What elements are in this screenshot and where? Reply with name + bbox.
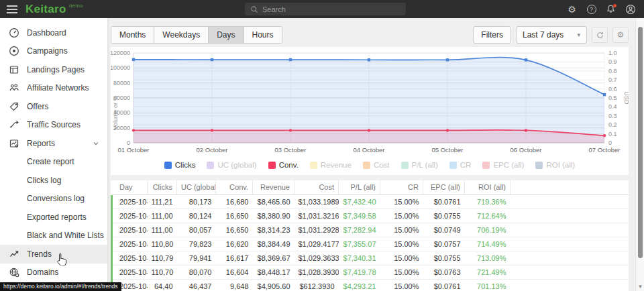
legend-item-clicks[interactable]: Clicks	[164, 161, 196, 169]
sidebar-item-black-and-white-lists[interactable]: Black and White Lists	[0, 227, 107, 245]
period-tabs: MonthsWeekdaysDaysHours	[111, 26, 282, 44]
refresh-button[interactable]	[592, 27, 608, 43]
column-header-roi-all[interactable]: ROI (all)	[465, 180, 511, 194]
sidebar-item-label: Campaigns	[27, 46, 68, 56]
chart-settings-button[interactable]: ⚙	[612, 27, 629, 43]
sidebar-item-landings-pages[interactable]: Landings Pages	[0, 60, 107, 79]
cell: 712.64%	[465, 209, 511, 223]
column-header-epc-all[interactable]: EPC (all)	[423, 180, 465, 194]
date-range-select[interactable]: Last 7 days ▾	[516, 26, 587, 44]
legend-item-conv[interactable]: Conv.	[268, 161, 299, 169]
svg-text:0.7: 0.7	[608, 76, 617, 83]
tab-months[interactable]: Months	[111, 27, 154, 43]
legend-swatch	[482, 162, 490, 169]
sidebar-item-label: Conversions log	[27, 194, 85, 203]
topbar: Keitarodemo ⚙ ?	[0, 0, 644, 18]
cell: $7,349.58	[339, 209, 380, 223]
legend-item-cr[interactable]: CR	[449, 161, 472, 169]
table-row: 2025-10-03111,0080,05716,650$8,314.23$1,…	[112, 223, 629, 237]
cell: $7,282.94	[339, 223, 380, 237]
sidebar-item-reports[interactable]: Reports	[0, 134, 107, 153]
traffic-icon	[9, 119, 19, 130]
scrollbar-down-arrow[interactable]: ▼	[636, 284, 644, 290]
affiliate-icon	[9, 82, 19, 93]
tab-hours[interactable]: Hours	[244, 27, 282, 43]
legend-item-epc-all[interactable]: EPC (all)	[482, 161, 524, 169]
svg-text:100000: 100000	[111, 64, 130, 71]
column-header-conv[interactable]: Conv.	[216, 180, 253, 194]
sidebar-item-trends[interactable]: Trends	[0, 245, 107, 264]
column-header-p-l-all[interactable]: P/L (all)	[339, 180, 380, 194]
filters-button[interactable]: Filters	[473, 26, 511, 44]
cell: 15.00%	[380, 265, 423, 279]
tab-weekdays[interactable]: Weekdays	[154, 27, 209, 43]
legend-item-roi-all[interactable]: ROI (all)	[535, 161, 575, 169]
sidebar-item-create-report[interactable]: Create report	[0, 153, 107, 172]
column-header-uc-global[interactable]: UC (global)	[177, 180, 216, 194]
cell: 80,070	[177, 265, 216, 279]
column-header-cost[interactable]: Cost	[294, 180, 339, 194]
sidebar-item-clicks-log[interactable]: Clicks log	[0, 171, 107, 190]
cell: 16,650	[216, 209, 253, 223]
column-header-cr[interactable]: CR	[380, 180, 423, 194]
tab-days[interactable]: Days	[209, 27, 244, 43]
svg-text:02 October: 02 October	[197, 146, 228, 154]
legend-item-p-l-all[interactable]: P/L (all)	[401, 161, 438, 169]
column-header-day[interactable]: Day	[112, 180, 148, 194]
search-input[interactable]	[262, 5, 400, 13]
sidebar-item-conversions-log[interactable]: Conversions log	[0, 190, 107, 209]
cell: 79,823	[177, 237, 216, 251]
cell: $1,033.1989	[294, 194, 339, 209]
column-header-clicks[interactable]: Clicks	[148, 180, 177, 194]
cell: 110,79	[148, 251, 177, 265]
cell: 721.49%	[465, 265, 511, 279]
sidebar-item-campaigns[interactable]: Campaigns	[0, 42, 107, 61]
legend-item-cost[interactable]: Cost	[363, 161, 390, 169]
sidebar-item-label: Landings Pages	[27, 65, 85, 74]
cell: $612.3930	[294, 279, 339, 291]
sidebar-item-affiliate-networks[interactable]: Affiliate Networks	[0, 79, 107, 98]
cell	[511, 209, 629, 223]
cell: $7,432.40	[339, 194, 380, 209]
legend-item-revenue[interactable]: Revenue	[310, 161, 352, 169]
svg-text:USD: USD	[623, 91, 629, 105]
cell: 714.49%	[465, 237, 511, 251]
column-header-revenue[interactable]: Revenue	[253, 180, 294, 194]
cell: $0.0763	[423, 265, 465, 279]
sidebar-item-offers[interactable]: Offers	[0, 97, 107, 116]
sidebar-item-traffic-sources[interactable]: Traffic Sources	[0, 116, 107, 135]
menu-toggle-icon[interactable]	[0, 3, 23, 15]
cell: 15.00%	[380, 279, 423, 291]
settings-gear-icon[interactable]: ⚙	[566, 3, 578, 15]
legend-label: Conv.	[279, 161, 299, 169]
global-search[interactable]	[245, 3, 406, 15]
sidebar-item-label: Dashboard	[27, 28, 66, 38]
svg-text:07 October: 07 October	[589, 146, 621, 154]
cell: 110,80	[148, 237, 177, 251]
legend-label: ROI (all)	[546, 161, 575, 169]
svg-text:0.6: 0.6	[608, 86, 617, 93]
cell: $8,314.23	[253, 223, 294, 237]
cell	[511, 279, 629, 291]
scrollbar-thumb[interactable]	[638, 27, 643, 258]
user-avatar-icon[interactable]	[625, 3, 636, 15]
sidebar-item-dashboard[interactable]: Dashboard	[0, 23, 107, 42]
cell: $8,448.17	[253, 265, 294, 279]
cell: 16,620	[216, 237, 253, 251]
cell: 80,173	[177, 194, 216, 209]
app-logo[interactable]: Keitarodemo	[25, 3, 83, 16]
sidebar-item-label: Domains	[27, 268, 58, 277]
page-scrollbar[interactable]: ▼	[635, 18, 644, 291]
sidebar-item-domains[interactable]: Domains	[0, 264, 107, 282]
help-icon[interactable]: ?	[586, 3, 597, 15]
cell: $1,031.2928	[294, 223, 339, 237]
sidebar: DashboardCampaignsLandings PagesAffiliat…	[0, 18, 107, 291]
sidebar-item-exported-reports[interactable]: Exported reports	[0, 208, 107, 227]
svg-text:0: 0	[127, 139, 130, 146]
legend-item-uc-global[interactable]: UC (global)	[207, 161, 256, 169]
svg-text:05 October: 05 October	[432, 146, 464, 154]
cell: 2025-10-01	[112, 194, 148, 209]
notifications-bell-icon[interactable]	[605, 3, 616, 15]
svg-text:03 October: 03 October	[275, 146, 307, 154]
sidebar-item-label: Black and White Lists	[27, 231, 104, 240]
